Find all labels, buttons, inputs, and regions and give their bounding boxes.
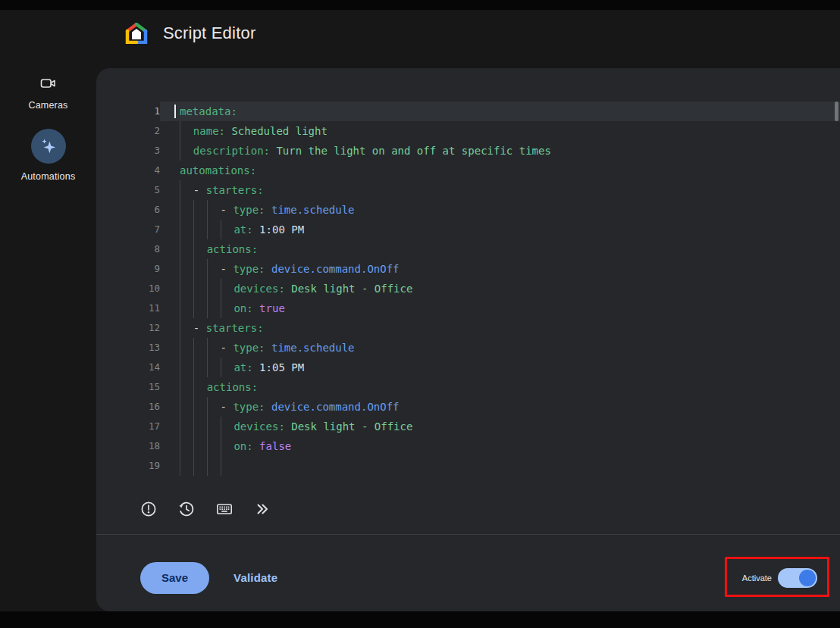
problems-button[interactable] (139, 500, 158, 520)
indent-guide (207, 220, 221, 239)
code-token: starters: (206, 184, 264, 196)
code-content: at: 1:00 PM (160, 220, 840, 239)
indent-guide (221, 456, 234, 476)
save-button[interactable]: Save (140, 562, 209, 594)
code-token: time.schedule (265, 204, 355, 216)
indent-guide (207, 279, 221, 298)
more-tools-button[interactable] (252, 500, 272, 520)
code-line[interactable]: 19 (96, 456, 840, 476)
double-chevron-icon (253, 500, 271, 520)
indent-guide (221, 279, 234, 298)
line-number: 9 (96, 259, 160, 279)
indent-guide (180, 436, 193, 456)
editor-toolbar (96, 485, 840, 535)
code-token: - (221, 342, 234, 354)
code-line[interactable]: 17devices: Desk light - Office (96, 417, 840, 436)
line-number: 2 (96, 121, 160, 141)
indent-guide (180, 318, 193, 338)
code-token: name: (193, 125, 225, 137)
sidebar-item-label: Automations (21, 171, 76, 182)
code-token: type: (233, 204, 265, 216)
indent-guide (193, 239, 207, 259)
code-line[interactable]: 18on: false (96, 436, 840, 456)
line-number: 18 (96, 436, 160, 456)
indent-guide (180, 220, 193, 239)
line-number: 14 (96, 358, 160, 377)
indent-guide (180, 141, 193, 161)
indent-guide (193, 298, 207, 318)
code-token: - (221, 401, 234, 413)
code-token: - (193, 184, 206, 196)
code-line[interactable]: 3description: Turn the light on and off … (96, 141, 840, 161)
indent-guide (221, 417, 234, 436)
sidebar-item-automations[interactable]: Automations (0, 129, 96, 182)
activate-group: Activate (742, 568, 817, 588)
code-line[interactable]: 6- type: time.schedule (96, 200, 840, 220)
line-number: 3 (96, 141, 160, 161)
toggle-thumb (799, 570, 816, 586)
history-icon (177, 500, 196, 520)
indent-guide (221, 358, 234, 377)
code-line[interactable]: 14at: 1:05 PM (96, 358, 840, 377)
history-button[interactable] (177, 500, 196, 520)
code-token: Turn the light on and off at specific ti… (270, 145, 551, 157)
code-line[interactable]: 10devices: Desk light - Office (96, 279, 840, 298)
code-content: automations: (160, 161, 840, 180)
code-token: Desk light - Office (285, 283, 413, 295)
indent-guide (180, 358, 193, 377)
code-token: - (221, 204, 234, 216)
indent-guide (193, 456, 207, 476)
code-token: false (253, 440, 292, 452)
code-line[interactable]: 9- type: device.command.OnOff (96, 259, 840, 279)
code-content: - type: time.schedule (160, 338, 840, 358)
sidebar-item-cameras[interactable]: Cameras (0, 64, 96, 111)
code-line[interactable]: 16- type: device.command.OnOff (96, 397, 840, 417)
line-number: 1 (96, 102, 160, 121)
code-token: starters: (206, 322, 264, 334)
code-token: device.command.OnOff (265, 401, 400, 413)
indent-guide (207, 358, 221, 377)
code-line[interactable]: 1metadata: (96, 102, 840, 121)
code-line[interactable]: 13- type: time.schedule (96, 338, 840, 358)
code-token: device.command.OnOff (265, 263, 400, 275)
indent-guide (193, 436, 207, 456)
window-bottom-edge (0, 611, 840, 628)
indent-guide (207, 436, 221, 456)
code-token: automations: (180, 164, 256, 177)
code-line[interactable]: 5- starters: (96, 180, 840, 200)
activate-toggle[interactable] (778, 568, 817, 588)
editor-scrollbar[interactable] (835, 102, 838, 121)
line-number: 4 (96, 161, 160, 180)
code-content: devices: Desk light - Office (160, 417, 840, 436)
indent-guide (180, 397, 193, 417)
indent-guide (193, 259, 207, 279)
code-line[interactable]: 15actions: (96, 377, 840, 397)
indent-guide (193, 358, 207, 377)
indent-guide (193, 200, 207, 220)
indent-guide (207, 200, 221, 220)
code-token: type: (233, 401, 265, 413)
code-line[interactable]: 7at: 1:00 PM (96, 220, 840, 239)
line-number: 11 (96, 298, 160, 318)
code-line[interactable]: 11on: true (96, 298, 840, 318)
indent-guide (193, 220, 207, 239)
keyboard-button[interactable] (215, 500, 234, 520)
code-token: devices: (234, 420, 284, 433)
code-editor[interactable]: 1metadata:2name: Scheduled light3descrip… (96, 102, 840, 477)
page-title: Script Editor (163, 23, 255, 43)
code-token: actions: (207, 243, 258, 255)
code-line[interactable]: 8actions: (96, 239, 840, 259)
code-token: - (193, 322, 206, 334)
validate-button[interactable]: Validate (229, 570, 282, 585)
sidebar: Cameras Automations (0, 64, 96, 182)
indent-guide (221, 220, 234, 239)
code-line[interactable]: 12- starters: (96, 318, 840, 338)
code-line[interactable]: 2name: Scheduled light (96, 121, 840, 141)
code-line[interactable]: 4automations: (96, 161, 840, 180)
window-top-edge (0, 0, 840, 10)
sparkle-icon (31, 129, 66, 164)
line-number: 10 (96, 279, 160, 298)
line-number: 7 (96, 220, 160, 239)
line-number: 6 (96, 200, 160, 220)
indent-guide (180, 200, 193, 220)
